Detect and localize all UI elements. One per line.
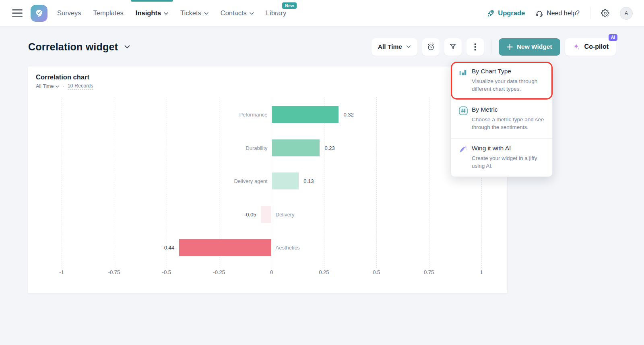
need-help-button[interactable]: Need help?: [535, 9, 580, 17]
x-tick-label: -0.75: [108, 269, 120, 275]
bar-value-label: 0.13: [303, 178, 314, 184]
bar-value-label: 0.32: [343, 112, 353, 118]
x-tick-label: -1: [59, 269, 64, 275]
chevron-down-icon: [204, 12, 208, 15]
menu-item-description: Create your widget in a jiffy using AI.: [472, 154, 547, 170]
bar-chart-icon: [459, 68, 469, 93]
need-help-label: Need help?: [547, 10, 580, 17]
active-tab-indicator: [131, 0, 173, 2]
nav-item-surveys[interactable]: Surveys: [57, 0, 81, 27]
header-right-group: Upgrade Need help? A: [487, 7, 633, 20]
records-link[interactable]: 10 Records: [68, 83, 93, 89]
avatar-initial: A: [625, 10, 628, 16]
chart-bar[interactable]: [261, 206, 271, 223]
nav-label: Tickets: [180, 9, 201, 17]
kebab-menu-icon: [474, 43, 476, 51]
nav-item-contacts[interactable]: Contacts: [221, 0, 254, 27]
toolbar-divider: [491, 40, 491, 54]
x-tick-label: -0.5: [162, 269, 171, 275]
main-nav: Surveys Templates Insights Tickets Conta…: [57, 0, 297, 27]
menu-item-wing-it-with-ai[interactable]: Wing it with AI Create your widget in a …: [451, 138, 552, 177]
nav-item-templates[interactable]: Templates: [93, 0, 124, 27]
copilot-button[interactable]: Co-pilot AI: [565, 38, 616, 56]
bar-category-label: Aesthetics: [276, 245, 300, 251]
new-widget-label: New Widget: [517, 43, 552, 50]
chart-subtitle: All Time · 10 Records: [36, 83, 499, 89]
time-filter-dropdown[interactable]: All Time: [372, 38, 417, 56]
upgrade-label: Upgrade: [498, 9, 525, 17]
header-divider: [590, 7, 590, 19]
headset-icon: [535, 9, 543, 17]
widget-toolbar: All Time New Widget: [372, 38, 616, 56]
gridline: [376, 97, 377, 268]
chevron-down-icon: [56, 85, 59, 88]
new-widget-dropdown: By Chart Type Visualize your data throug…: [450, 61, 553, 177]
chart-bar[interactable]: [179, 239, 271, 256]
more-options-button[interactable]: [466, 38, 484, 56]
ai-badge: AI: [609, 34, 617, 41]
nav-item-library[interactable]: Library New: [266, 0, 286, 27]
title-chevron-down-icon[interactable]: [124, 45, 130, 49]
hamburger-menu-icon[interactable]: [12, 7, 24, 19]
menu-item-by-chart-type[interactable]: By Chart Type Visualize your data throug…: [451, 62, 552, 100]
chart-bar[interactable]: [272, 172, 299, 189]
nav-item-tickets[interactable]: Tickets: [180, 0, 208, 27]
settings-button[interactable]: [601, 9, 609, 17]
card-time-filter[interactable]: All Time: [36, 83, 59, 89]
copilot-label: Co-pilot: [584, 43, 609, 50]
menu-item-title: By Chart Type: [472, 68, 547, 75]
chart-title: Correlation chart: [36, 73, 499, 81]
x-tick-label: 0.25: [319, 269, 329, 275]
filter-funnel-icon: [449, 43, 457, 51]
sparkle-icon: [572, 43, 581, 51]
chevron-down-icon: [250, 12, 254, 15]
nav-label: Surveys: [57, 9, 81, 17]
plot-area: -1-0.75-0.5-0.2500.250.50.7510.32Peforma…: [62, 97, 481, 264]
time-filter-value: All Time: [378, 43, 402, 50]
x-tick-label: -0.25: [213, 269, 225, 275]
bar-value-label: -0.05: [244, 211, 256, 217]
menu-item-title: Wing it with AI: [472, 145, 547, 152]
gridline: [429, 97, 429, 268]
menu-item-title: By Metric: [472, 106, 547, 113]
gridline: [114, 97, 114, 268]
bar-value-label: 0.23: [324, 145, 334, 151]
bar-category-label: Delivery: [276, 211, 295, 217]
upgrade-button[interactable]: Upgrade: [487, 9, 525, 17]
nav-label: Insights: [136, 9, 161, 17]
new-badge: New: [282, 2, 297, 9]
title-row: Correlation widget All Time: [28, 36, 616, 57]
bird-logo-icon: [34, 8, 44, 19]
page-title: Correlation widget: [28, 41, 118, 53]
gridline: [62, 97, 62, 268]
nav-label: Contacts: [221, 9, 247, 17]
card-time-filter-value: All Time: [36, 83, 54, 89]
nav-item-insights[interactable]: Insights: [136, 0, 168, 27]
chart-bar[interactable]: [272, 139, 320, 156]
plus-icon: [507, 44, 513, 50]
bar-value-label: -0.44: [162, 245, 174, 251]
bar-category-label: Peformance: [239, 112, 267, 118]
app-logo[interactable]: [31, 5, 47, 22]
rocket-icon: [487, 9, 495, 17]
feather-ai-icon: [459, 145, 469, 170]
chevron-down-icon: [164, 12, 168, 15]
dot-separator: ·: [62, 83, 64, 89]
correlation-chart-card: Correlation chart All Time · 10 Records …: [28, 67, 507, 293]
card-header: Correlation chart All Time · 10 Records: [28, 67, 507, 89]
new-widget-button[interactable]: New Widget: [499, 38, 560, 56]
bar-category-label: Delivery agent: [234, 178, 267, 184]
menu-item-by-metric[interactable]: By Metric Choose a metric type and see t…: [451, 100, 552, 138]
chart-bar[interactable]: [272, 106, 339, 123]
hash-icon: [459, 106, 469, 131]
x-tick-label: 1: [480, 269, 483, 275]
x-tick-label: 0.75: [424, 269, 434, 275]
nav-label: Templates: [93, 9, 124, 17]
x-tick-label: 0.5: [373, 269, 380, 275]
menu-item-description: Choose a metric type and see through the…: [472, 116, 547, 131]
top-nav-bar: Surveys Templates Insights Tickets Conta…: [0, 0, 644, 27]
filter-button[interactable]: [444, 38, 462, 56]
avatar[interactable]: A: [620, 7, 633, 20]
schedule-button[interactable]: [422, 38, 440, 56]
alarm-clock-icon: [427, 43, 435, 51]
